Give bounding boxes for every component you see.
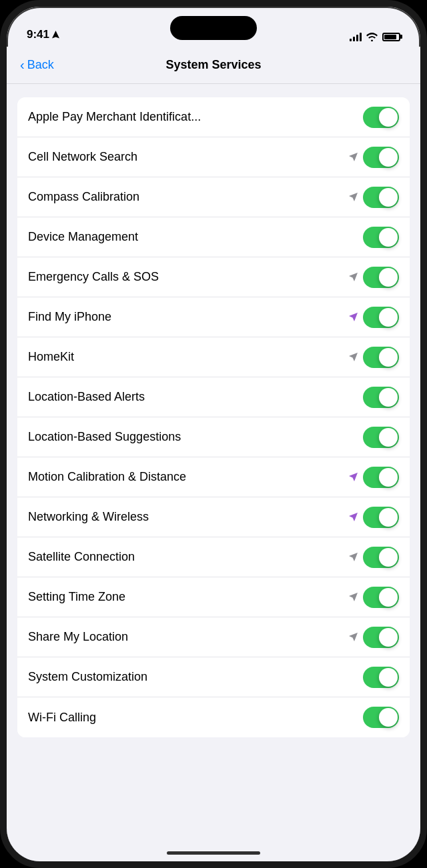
- location-arrow-icon-satellite: [348, 552, 359, 563]
- settings-row-device-mgmt[interactable]: Device Management: [17, 217, 410, 257]
- signal-bars: [350, 32, 362, 41]
- row-icons-location-suggestions: [363, 427, 399, 448]
- settings-row-compass[interactable]: Compass Calibration: [17, 177, 410, 217]
- row-icons-emergency: [348, 267, 399, 288]
- settings-row-homekit[interactable]: HomeKit: [17, 337, 410, 377]
- settings-row-find-my[interactable]: Find My iPhone: [17, 297, 410, 337]
- back-button[interactable]: ‹ Back: [20, 57, 54, 73]
- toggle-find-my[interactable]: [363, 307, 399, 328]
- status-icons: [350, 32, 400, 41]
- wifi-icon: [366, 33, 378, 41]
- time-display: 9:41: [27, 28, 49, 41]
- settings-list: Apple Pay Merchant Identificat...Cell Ne…: [17, 97, 410, 737]
- content-area: Apple Pay Merchant Identificat...Cell Ne…: [7, 84, 420, 861]
- toggle-location-alerts[interactable]: [363, 387, 399, 408]
- location-arrow-icon-emergency: [348, 272, 359, 283]
- toggle-compass[interactable]: [363, 187, 399, 208]
- location-arrow-icon-find-my: [348, 312, 359, 323]
- row-icons-system-customization: [363, 667, 399, 688]
- toggle-apple-pay[interactable]: [363, 107, 399, 128]
- row-label-system-customization: System Customization: [28, 670, 363, 684]
- location-arrow-icon-compass: [348, 192, 359, 203]
- location-arrow-icon-share-location: [348, 632, 359, 643]
- row-icons-setting-time: [348, 587, 399, 608]
- row-label-networking: Networking & Wireless: [28, 510, 348, 524]
- settings-row-system-customization[interactable]: System Customization: [17, 657, 410, 697]
- row-label-emergency: Emergency Calls & SOS: [28, 270, 348, 284]
- back-chevron-icon: ‹: [20, 57, 25, 73]
- settings-row-wifi-calling[interactable]: Wi-Fi Calling: [17, 697, 410, 737]
- home-indicator: [167, 851, 260, 855]
- row-label-wifi-calling: Wi-Fi Calling: [28, 711, 363, 725]
- location-arrow-icon-homekit: [348, 352, 359, 363]
- dynamic-island: [170, 16, 257, 40]
- row-icons-homekit: [348, 347, 399, 368]
- toggle-share-location[interactable]: [363, 627, 399, 648]
- settings-row-networking[interactable]: Networking & Wireless: [17, 497, 410, 537]
- row-icons-wifi-calling: [363, 707, 399, 728]
- row-icons-location-alerts: [363, 387, 399, 408]
- status-location-icon: [52, 31, 59, 39]
- settings-row-setting-time[interactable]: Setting Time Zone: [17, 577, 410, 617]
- row-icons-satellite: [348, 547, 399, 568]
- row-icons-share-location: [348, 627, 399, 648]
- settings-row-share-location[interactable]: Share My Location: [17, 617, 410, 657]
- settings-row-satellite[interactable]: Satellite Connection: [17, 537, 410, 577]
- row-icons-motion-calibration: [348, 467, 399, 488]
- location-arrow-icon-cell-network: [348, 152, 359, 163]
- toggle-system-customization[interactable]: [363, 667, 399, 688]
- status-time: 9:41: [27, 28, 59, 41]
- nav-bar: ‹ Back System Services: [7, 47, 420, 84]
- row-label-homekit: HomeKit: [28, 350, 348, 364]
- row-label-location-suggestions: Location-Based Suggestions: [28, 430, 363, 444]
- row-label-location-alerts: Location-Based Alerts: [28, 390, 363, 404]
- row-icons-compass: [348, 187, 399, 208]
- toggle-location-suggestions[interactable]: [363, 427, 399, 448]
- settings-row-cell-network[interactable]: Cell Network Search: [17, 137, 410, 177]
- location-arrow-icon-setting-time: [348, 592, 359, 603]
- row-label-satellite: Satellite Connection: [28, 550, 348, 564]
- toggle-motion-calibration[interactable]: [363, 467, 399, 488]
- toggle-emergency[interactable]: [363, 267, 399, 288]
- toggle-homekit[interactable]: [363, 347, 399, 368]
- row-label-share-location: Share My Location: [28, 630, 348, 644]
- settings-row-location-alerts[interactable]: Location-Based Alerts: [17, 377, 410, 417]
- settings-row-motion-calibration[interactable]: Motion Calibration & Distance: [17, 457, 410, 497]
- toggle-setting-time[interactable]: [363, 587, 399, 608]
- location-arrow-icon-networking: [348, 512, 359, 523]
- settings-row-location-suggestions[interactable]: Location-Based Suggestions: [17, 417, 410, 457]
- toggle-satellite[interactable]: [363, 547, 399, 568]
- row-icons-cell-network: [348, 147, 399, 168]
- toggle-wifi-calling[interactable]: [363, 707, 399, 728]
- settings-row-apple-pay[interactable]: Apple Pay Merchant Identificat...: [17, 97, 410, 137]
- row-label-compass: Compass Calibration: [28, 190, 348, 204]
- location-arrow-icon-motion-calibration: [348, 472, 359, 483]
- row-label-find-my: Find My iPhone: [28, 310, 348, 324]
- row-label-setting-time: Setting Time Zone: [28, 590, 348, 604]
- back-label: Back: [27, 58, 54, 72]
- row-label-apple-pay: Apple Pay Merchant Identificat...: [28, 110, 363, 124]
- toggle-device-mgmt[interactable]: [363, 227, 399, 248]
- settings-row-emergency[interactable]: Emergency Calls & SOS: [17, 257, 410, 297]
- page-title: System Services: [165, 58, 261, 72]
- battery-icon: [382, 33, 400, 41]
- phone-frame: 9:41 ‹ Back System Serv: [0, 0, 427, 868]
- row-label-device-mgmt: Device Management: [28, 230, 363, 244]
- toggle-networking[interactable]: [363, 507, 399, 528]
- row-label-motion-calibration: Motion Calibration & Distance: [28, 470, 348, 484]
- row-icons-apple-pay: [363, 107, 399, 128]
- row-label-cell-network: Cell Network Search: [28, 150, 348, 164]
- row-icons-networking: [348, 507, 399, 528]
- row-icons-device-mgmt: [363, 227, 399, 248]
- toggle-cell-network[interactable]: [363, 147, 399, 168]
- row-icons-find-my: [348, 307, 399, 328]
